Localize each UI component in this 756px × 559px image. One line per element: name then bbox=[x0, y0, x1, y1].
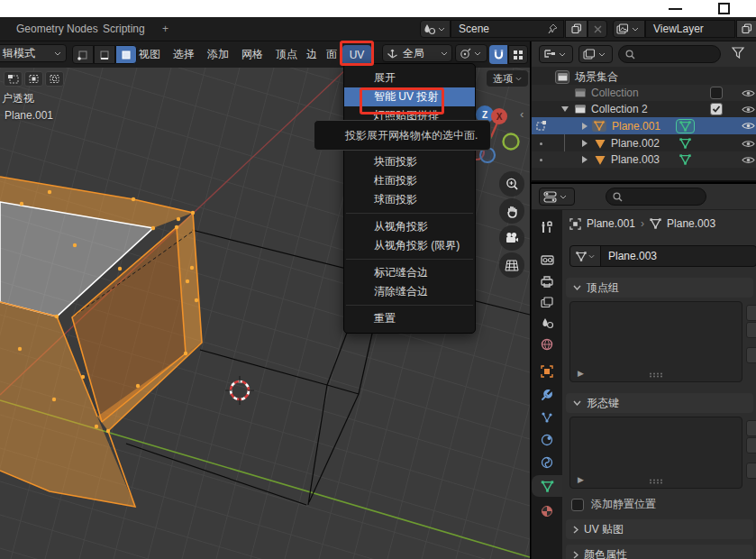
menu-mesh[interactable]: 网格 bbox=[238, 41, 267, 68]
tab-render[interactable] bbox=[532, 249, 562, 270]
list-expand-arrow[interactable]: ▶ bbox=[578, 475, 584, 484]
tab-particles[interactable] bbox=[532, 407, 562, 428]
menu-vertex[interactable]: 顶点 bbox=[272, 41, 301, 68]
shape-key-remove-button[interactable] bbox=[746, 437, 756, 454]
eye-icon[interactable] bbox=[742, 105, 755, 115]
menu-add[interactable]: 添加 bbox=[204, 41, 232, 68]
scene-type-dropdown[interactable] bbox=[420, 20, 451, 38]
menu-face[interactable]: 面 bbox=[323, 41, 341, 68]
editor-type-dropdown[interactable] bbox=[539, 188, 575, 206]
zoom-button[interactable] bbox=[499, 171, 524, 197]
collection-2-exclude-checkbox[interactable] bbox=[710, 103, 723, 115]
select-subtract-button[interactable] bbox=[45, 71, 64, 87]
window-maximize-button[interactable] bbox=[718, 3, 730, 14]
tab-output[interactable] bbox=[532, 270, 562, 292]
mesh-data-icon[interactable] bbox=[679, 138, 691, 149]
pivot-point-dropdown[interactable] bbox=[455, 44, 487, 62]
view-layer-name-field[interactable]: ViewLayer bbox=[645, 20, 735, 38]
new-scene-button[interactable] bbox=[565, 20, 587, 38]
vertex-groups-panel-header[interactable]: 顶点组 bbox=[566, 278, 753, 298]
outliner-row-plane-002[interactable]: Plane.002 bbox=[532, 135, 756, 151]
eye-icon[interactable] bbox=[742, 155, 755, 165]
select-extend-button[interactable] bbox=[24, 71, 43, 87]
new-view-layer-button[interactable] bbox=[736, 20, 756, 38]
eye-icon[interactable] bbox=[742, 121, 755, 131]
outliner-filter-button[interactable] bbox=[732, 47, 746, 60]
shape-key-add-button[interactable] bbox=[746, 420, 756, 436]
menu-select[interactable]: 选择 bbox=[169, 41, 198, 68]
window-minimize-button[interactable] bbox=[669, 8, 682, 10]
snap-toggle-button[interactable] bbox=[489, 45, 507, 64]
scene-name-field[interactable]: Scene bbox=[451, 20, 564, 38]
options-dropdown[interactable]: 选项 bbox=[487, 70, 528, 87]
collapse-triangle-icon[interactable] bbox=[561, 106, 569, 112]
camera-view-button[interactable] bbox=[499, 225, 524, 251]
vertex-select-mode-button[interactable] bbox=[72, 45, 94, 64]
tab-physics[interactable] bbox=[532, 429, 562, 451]
proportional-editing-button[interactable] bbox=[508, 45, 528, 64]
collection-exclude-checkbox[interactable] bbox=[710, 87, 723, 99]
menu-item-mark-seam[interactable]: 标记缝合边 bbox=[344, 263, 475, 282]
view-layer-type-dropdown[interactable] bbox=[613, 20, 645, 38]
menu-item-reset[interactable]: 重置 bbox=[344, 309, 475, 328]
tab-object[interactable] bbox=[532, 361, 562, 382]
tab-object-data[interactable] bbox=[532, 475, 562, 497]
list-resize-grip[interactable] bbox=[649, 479, 663, 484]
tab-constraints[interactable] bbox=[532, 452, 562, 473]
menu-item-unwrap[interactable]: 展开 bbox=[344, 69, 475, 87]
outliner-search-input[interactable] bbox=[618, 45, 721, 63]
expand-triangle-icon[interactable] bbox=[581, 123, 588, 130]
add-workspace-button[interactable]: + bbox=[157, 17, 174, 41]
outliner-row-plane-001[interactable]: Plane.001 bbox=[532, 117, 756, 134]
menu-item-project-from-view[interactable]: 从视角投影 bbox=[344, 217, 475, 236]
expand-triangle-icon[interactable] bbox=[581, 156, 588, 163]
mesh-data-icon-active[interactable] bbox=[676, 119, 695, 133]
tab-view-layer[interactable] bbox=[532, 291, 562, 313]
eye-icon[interactable] bbox=[742, 88, 755, 98]
vertex-group-remove-button[interactable] bbox=[746, 322, 756, 338]
vertex-groups-list[interactable]: ▶ bbox=[569, 301, 742, 382]
tab-tool[interactable] bbox=[532, 216, 562, 238]
pin-icon[interactable] bbox=[547, 23, 558, 34]
vertex-group-specials-button[interactable] bbox=[746, 347, 756, 363]
shape-keys-list[interactable]: ▶ bbox=[569, 417, 742, 489]
transform-orientation-dropdown[interactable]: 全局 bbox=[382, 44, 452, 62]
mesh-data-icon[interactable] bbox=[679, 154, 691, 165]
vertex-group-add-button[interactable] bbox=[746, 305, 756, 321]
color-attributes-panel-header[interactable]: 颜色属性 bbox=[566, 545, 753, 559]
outliner-row-collection[interactable]: Collection bbox=[532, 85, 756, 101]
breadcrumb-data[interactable]: Plane.003 bbox=[667, 217, 715, 230]
workspace-tab-geometry-nodes[interactable]: Geometry Nodes bbox=[11, 17, 104, 41]
menu-item-sphere-projection[interactable]: 球面投影 bbox=[344, 190, 475, 209]
expand-triangle-icon[interactable] bbox=[581, 140, 588, 147]
add-rest-position-checkbox[interactable] bbox=[571, 499, 584, 511]
outliner-filter-type-dropdown[interactable] bbox=[578, 45, 613, 63]
tab-world[interactable] bbox=[532, 334, 562, 355]
sidebar-collapse-arrow[interactable]: ‹ bbox=[520, 107, 524, 121]
menu-edge[interactable]: 边 bbox=[303, 41, 321, 68]
list-expand-arrow[interactable]: ▶ bbox=[578, 369, 584, 378]
workspace-tab-scripting[interactable]: Scripting bbox=[97, 17, 150, 41]
menu-item-cube-projection[interactable]: 块面投影 bbox=[344, 152, 475, 171]
menu-item-clear-seam[interactable]: 清除缝合边 bbox=[344, 282, 475, 301]
mesh-name-field[interactable]: Plane.003 bbox=[569, 245, 756, 267]
menu-view[interactable]: 视图 bbox=[135, 41, 164, 68]
list-resize-grip[interactable] bbox=[649, 372, 663, 378]
pan-button[interactable] bbox=[499, 198, 524, 224]
mode-dropdown[interactable]: 辑模式 bbox=[0, 44, 67, 62]
tab-material[interactable] bbox=[532, 500, 562, 522]
outliner-row-collection-2[interactable]: Collection 2 bbox=[532, 101, 756, 117]
properties-search-input[interactable] bbox=[606, 188, 706, 206]
face-select-mode-button[interactable] bbox=[115, 45, 137, 64]
shape-key-specials-button[interactable] bbox=[746, 463, 756, 479]
tab-modifiers[interactable] bbox=[532, 384, 562, 406]
menu-item-cylinder-projection[interactable]: 柱面投影 bbox=[344, 171, 475, 190]
outliner-display-mode-dropdown[interactable] bbox=[539, 45, 573, 63]
uv-maps-panel-header[interactable]: UV 贴图 bbox=[566, 519, 753, 539]
breadcrumb-object[interactable]: Plane.001 bbox=[587, 217, 635, 230]
tab-scene[interactable] bbox=[532, 312, 562, 334]
orthographic-toggle-button[interactable] bbox=[499, 252, 524, 278]
outliner-row-scene-collection[interactable]: 场景集合 bbox=[532, 69, 756, 85]
eye-icon[interactable] bbox=[742, 139, 755, 149]
menu-item-project-from-view-bounds[interactable]: 从视角投影 (限界) bbox=[344, 236, 475, 255]
